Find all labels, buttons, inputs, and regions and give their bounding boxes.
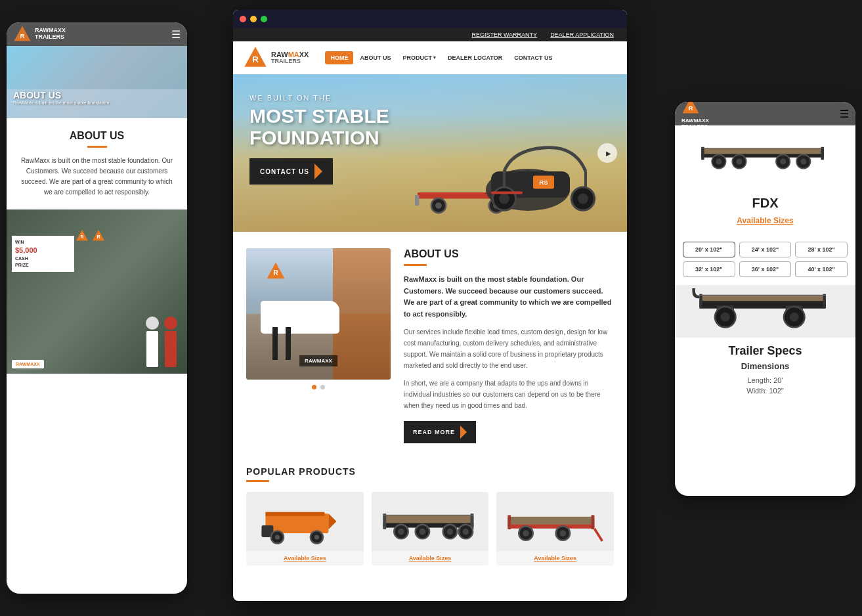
size-chip-1[interactable]: 24' x 102" [739, 242, 792, 257]
site-nav: R RAWMAXX TRAILERS HOME ABOUT US PRODUCT… [233, 41, 627, 74]
register-warranty-link[interactable]: REGISTER WARRANTY [471, 32, 537, 38]
left-about-body: RawMaxx is built on the most stable foun… [20, 156, 174, 198]
left-hero-overlay: ABOUT US RawMaxx is built on the most st… [13, 90, 109, 105]
svg-text:R: R [252, 55, 259, 64]
svg-rect-29 [265, 512, 324, 516]
hero-play-button[interactable] [597, 143, 617, 163]
nav-logo-text: RAWMAXX TRAILERS [271, 51, 309, 65]
browser-close-dot[interactable] [240, 16, 246, 22]
products-grid: Available Sizes [246, 492, 614, 565]
trailer-side-image [675, 285, 855, 338]
browser-topbar [233, 10, 627, 28]
dealer-application-link[interactable]: DEALER APPLICATION [550, 32, 614, 38]
product-2-link[interactable]: Available Sizes [372, 551, 489, 565]
gallery-dots [246, 385, 391, 389]
svg-point-43 [419, 529, 425, 535]
product-card-2[interactable]: Available Sizes [372, 492, 489, 565]
popular-products-section: POPULAR PRODUCTS Availab [233, 460, 627, 579]
left-phone-logo: R RAWMAXX TRAILERS [13, 25, 66, 43]
center-browser: REGISTER WARRANTY DEALER APPLICATION R R… [233, 10, 627, 601]
right-mobile-preview: R RAWMAXX TRAILERS ☰ FDX Availabl [675, 102, 855, 496]
about-para2: In short, we are a company that adapts t… [404, 378, 614, 411]
svg-point-45 [446, 529, 453, 535]
left-image-placeholder: WIN $5,000 CASH PRIZE [7, 209, 187, 374]
svg-point-82 [789, 313, 798, 322]
nav-logo: R RAWMAXX TRAILERS [243, 45, 309, 70]
svg-point-34 [314, 535, 319, 540]
nav-contact[interactable]: CONTACT US [509, 51, 557, 64]
logo-text: RAWMAXX TRAILERS [35, 28, 66, 41]
nav-about[interactable]: ABOUT US [355, 51, 396, 64]
svg-point-56 [560, 531, 567, 537]
nav-home[interactable]: HOME [325, 51, 353, 64]
flatbed-trailer-icon [377, 498, 483, 545]
left-about-heading: ABOUT US [20, 130, 174, 142]
svg-point-21 [578, 194, 588, 204]
svg-rect-49 [508, 517, 595, 525]
svg-point-67 [736, 159, 742, 165]
nav-items: HOME ABOUT US PRODUCT ▾ DEALER LOCATOR C… [325, 51, 617, 64]
about-heading-underline [87, 146, 107, 148]
hamburger-icon[interactable]: ☰ [171, 28, 181, 41]
gallery-dot-1[interactable] [312, 385, 316, 389]
right-hamburger-icon[interactable]: ☰ [840, 108, 849, 120]
showroom-scene: R RAWMAXX [246, 248, 391, 380]
size-chip-5[interactable]: 40' x 102" [795, 261, 848, 277]
browser-expand-dot[interactable] [261, 16, 267, 22]
svg-marker-30 [328, 514, 336, 529]
spec-length: Length: 20' [675, 376, 855, 384]
trailer-side-svg [687, 288, 844, 334]
svg-point-47 [462, 529, 469, 535]
popular-heading: POPULAR PRODUCTS [246, 466, 614, 477]
size-chip-4[interactable]: 36' x 102" [739, 261, 792, 277]
size-chip-0[interactable]: 20' x 102" [683, 242, 735, 257]
left-about-image: WIN $5,000 CASH PRIZE [7, 209, 187, 374]
product-card-1[interactable]: Available Sizes [246, 492, 364, 565]
gallery-dot-2[interactable] [320, 385, 325, 389]
product-1-link[interactable]: Available Sizes [246, 551, 364, 565]
nav-dealer-locator[interactable]: DEALER LOCATOR [442, 51, 507, 64]
hero-cta-button[interactable]: CONTACT US [249, 158, 333, 185]
about-para1: Our services include flexible lead times… [404, 326, 614, 371]
svg-text:R: R [273, 269, 278, 276]
about-underline [404, 264, 427, 266]
fdx-trailer-svg [693, 135, 838, 188]
nav-logo-icon: R [243, 45, 268, 70]
popular-underline [246, 480, 269, 482]
left-phone-header: R RAWMAXX TRAILERS ☰ [7, 22, 187, 46]
hero-content: WE BUILT ON THE MOST STABLE FOUNDATION C… [249, 94, 389, 185]
svg-point-33 [275, 535, 280, 540]
logo-triangle-icon: R [13, 25, 32, 43]
size-chip-2[interactable]: 28' x 102" [795, 242, 848, 257]
left-about-section: ABOUT US RawMaxx is built on the most st… [7, 118, 187, 209]
browser-minimize-dot[interactable] [250, 16, 257, 22]
svg-text:R: R [97, 234, 100, 239]
right-logo-icon: R [681, 102, 700, 116]
svg-point-80 [720, 313, 729, 322]
site-top-bar: REGISTER WARRANTY DEALER APPLICATION [233, 28, 627, 41]
svg-rect-61 [701, 147, 704, 160]
about-gallery: R RAWMAXX [246, 248, 391, 389]
nav-product[interactable]: PRODUCT ▾ [397, 51, 441, 64]
fdx-title: FDX [685, 196, 846, 211]
svg-rect-75 [823, 294, 825, 309]
product-img-3 [496, 492, 614, 551]
trailer-image-section: FDX Available Sizes [675, 125, 855, 242]
available-sizes-label[interactable]: Available Sizes [685, 216, 846, 225]
svg-point-41 [398, 529, 404, 535]
hero-subtitle: WE BUILT ON THE [249, 94, 389, 102]
utv-vehicle: RS [407, 104, 617, 229]
size-chip-3[interactable]: 32' x 102" [683, 261, 735, 277]
product-card-3[interactable]: Available Sizes [496, 492, 614, 565]
about-lead: RawMaxx is built on the most stable foun… [404, 274, 614, 320]
left-hero-title: ABOUT US [13, 90, 109, 100]
svg-point-19 [499, 194, 509, 204]
svg-text:RS: RS [539, 179, 548, 186]
product-3-link[interactable]: Available Sizes [496, 551, 614, 565]
svg-point-54 [523, 531, 529, 537]
right-phone-header: R RAWMAXX TRAILERS ☰ [675, 102, 855, 125]
svg-rect-37 [383, 514, 386, 529]
read-more-button[interactable]: READ MORE [404, 421, 476, 443]
svg-rect-36 [383, 516, 473, 523]
hero-section: WE BUILT ON THE MOST STABLE FOUNDATION C… [233, 74, 627, 232]
